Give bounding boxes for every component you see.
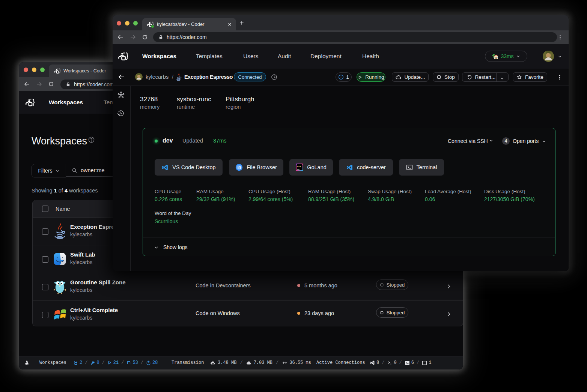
svg-text:GO: GO (297, 165, 301, 168)
